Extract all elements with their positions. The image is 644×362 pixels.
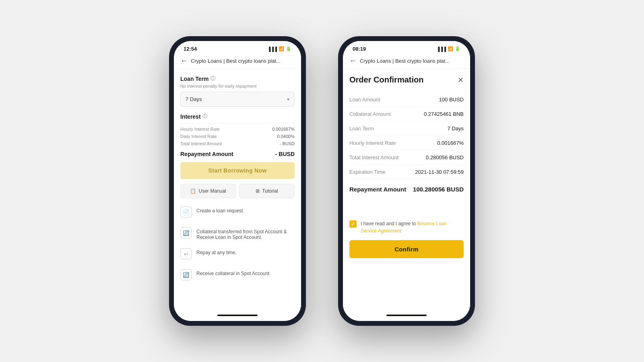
nav-bar-1: ← Crypto Loans | Best crypto loans plat.… bbox=[174, 53, 301, 69]
step-4-text: Receive collateral in Spot Account bbox=[196, 269, 269, 276]
checkmark-icon: ✓ bbox=[351, 221, 355, 227]
signal-icon: ▐▐▐ bbox=[268, 47, 277, 51]
steps-list: 📄 Create a loan request. 🔄 Collateral tr… bbox=[180, 206, 295, 280]
secondary-buttons: 📋 User Manual ⊞ Tutorial bbox=[180, 184, 295, 198]
agreement-row: ✓ I have read and I agree to Binance Loa… bbox=[349, 220, 464, 234]
home-bar-1 bbox=[174, 311, 301, 321]
loan-term-info-icon[interactable]: ⓘ bbox=[211, 75, 215, 82]
nav-bar-2: ← Crypto Loans | Best crypto loans plat.… bbox=[343, 53, 470, 69]
home-indicator-2 bbox=[386, 315, 427, 316]
main-scene: 12:54 ▐▐▐ 📶 🔋 ← Crypto Loans | Best cryp… bbox=[0, 36, 644, 326]
phone-1: 12:54 ▐▐▐ 📶 🔋 ← Crypto Loans | Best cryp… bbox=[169, 36, 306, 326]
hourly-rate-confirm-row: Hourly Interest Rate 0.001667% bbox=[349, 136, 464, 150]
step-3-text: Repay at any time. bbox=[196, 248, 237, 255]
tutorial-button[interactable]: ⊞ Tutorial bbox=[239, 184, 295, 198]
total-interest-confirm-row: Total Interest Amount 0.280056 BUSD bbox=[349, 150, 464, 165]
agreement-text: I have read and I agree to Binance Loan … bbox=[361, 220, 464, 234]
step-4-icon-col: 🔄 bbox=[180, 269, 192, 280]
modal-spacer bbox=[349, 196, 464, 220]
expiration-row: Expiration Time 2021-11-30 07:59:59 bbox=[349, 165, 464, 179]
close-modal-button[interactable]: ✕ bbox=[458, 76, 464, 84]
step-1-icon-col: 📄 bbox=[180, 206, 192, 219]
repayment-row: Repayment Amount - BUSD bbox=[180, 151, 295, 157]
loan-term-sub: No interest penalty for early repayment bbox=[180, 84, 295, 88]
collateral-icon: 🔄 bbox=[180, 227, 192, 239]
interest-section: Interest ⓘ bbox=[180, 113, 295, 120]
step-2-text: Collateral transferred from Spot Account… bbox=[196, 227, 295, 240]
daily-rate-row: Daily Interest Rate 0.0400% bbox=[180, 134, 295, 139]
modal-header: Order Confirmation ✕ bbox=[349, 75, 464, 84]
agreement-checkbox[interactable]: ✓ bbox=[349, 220, 357, 228]
confirm-button[interactable]: Confirm bbox=[349, 240, 464, 258]
borrow-button[interactable]: Start Borrowing Now bbox=[180, 162, 295, 179]
divider-1 bbox=[180, 123, 295, 123]
step-1-text: Create a loan request. bbox=[196, 206, 244, 214]
repayment-big-row: Repayment Amount 100.280056 BUSD bbox=[349, 179, 464, 196]
tutorial-icon: ⊞ bbox=[256, 188, 260, 194]
user-manual-button[interactable]: 📋 User Manual bbox=[180, 184, 236, 198]
collateral-amount-row: Collateral Amount 0.27425461 BNB bbox=[349, 107, 464, 121]
status-bar-2: 08:19 ▐▐▐ 📶 🔋 bbox=[343, 41, 470, 53]
interest-info-icon[interactable]: ⓘ bbox=[202, 113, 207, 120]
nav-title-2: Crypto Loans | Best crypto loans plat... bbox=[360, 58, 464, 64]
loan-term-confirm-row: Loan Term 7 Days bbox=[349, 121, 464, 136]
loan-amount-row: Loan Amount 100 BUSD bbox=[349, 93, 464, 107]
total-interest-row: Total Interest Amount - BUSD bbox=[180, 141, 295, 146]
order-confirmation-title: Order Confirmation bbox=[349, 75, 423, 84]
back-button-1[interactable]: ← bbox=[180, 57, 188, 65]
wifi-icon-2: 📶 bbox=[448, 46, 453, 51]
status-icons-2: ▐▐▐ 📶 🔋 bbox=[437, 46, 460, 51]
step-3-icon-col: ↩ bbox=[180, 248, 192, 261]
nav-title-1: Crypto Loans | Best crypto loans plat... bbox=[191, 58, 295, 64]
home-indicator-1 bbox=[217, 315, 258, 316]
step-3: ↩ Repay at any time. bbox=[180, 248, 295, 269]
phone2-content: Order Confirmation ✕ Loan Amount 100 BUS… bbox=[343, 69, 470, 311]
wifi-icon: 📶 bbox=[279, 46, 284, 51]
repay-icon: ↩ bbox=[180, 248, 192, 259]
chevron-down-icon: ▾ bbox=[287, 97, 289, 102]
battery-icon-2: 🔋 bbox=[455, 46, 460, 51]
manual-icon: 📋 bbox=[190, 188, 196, 194]
status-bar-1: 12:54 ▐▐▐ 📶 🔋 bbox=[174, 41, 301, 53]
back-button-2[interactable]: ← bbox=[349, 57, 357, 65]
status-icons-1: ▐▐▐ 📶 🔋 bbox=[268, 46, 291, 51]
loan-term-value: 7 Days bbox=[186, 96, 202, 102]
home-bar-2 bbox=[343, 311, 470, 321]
step-4: 🔄 Receive collateral in Spot Account bbox=[180, 269, 295, 280]
loan-term-section: Loan Term ⓘ bbox=[180, 75, 295, 82]
signal-icon-2: ▐▐▐ bbox=[437, 47, 446, 51]
time-2: 08:19 bbox=[353, 46, 366, 52]
loan-term-select[interactable]: 7 Days ▾ bbox=[180, 92, 295, 107]
receive-icon: 🔄 bbox=[180, 269, 192, 280]
step-2: 🔄 Collateral transferred from Spot Accou… bbox=[180, 227, 295, 248]
phone1-content: Loan Term ⓘ No interest penalty for earl… bbox=[174, 69, 301, 311]
battery-icon: 🔋 bbox=[286, 46, 291, 51]
hourly-rate-row: Hourly Interest Rate 0.001667% bbox=[180, 127, 295, 132]
step-1: 📄 Create a loan request. bbox=[180, 206, 295, 227]
time-1: 12:54 bbox=[184, 46, 197, 52]
create-loan-icon: 📄 bbox=[180, 206, 192, 218]
phone-2: 08:19 ▐▐▐ 📶 🔋 ← Crypto Loans | Best cryp… bbox=[338, 36, 475, 326]
step-2-icon-col: 🔄 bbox=[180, 227, 192, 240]
